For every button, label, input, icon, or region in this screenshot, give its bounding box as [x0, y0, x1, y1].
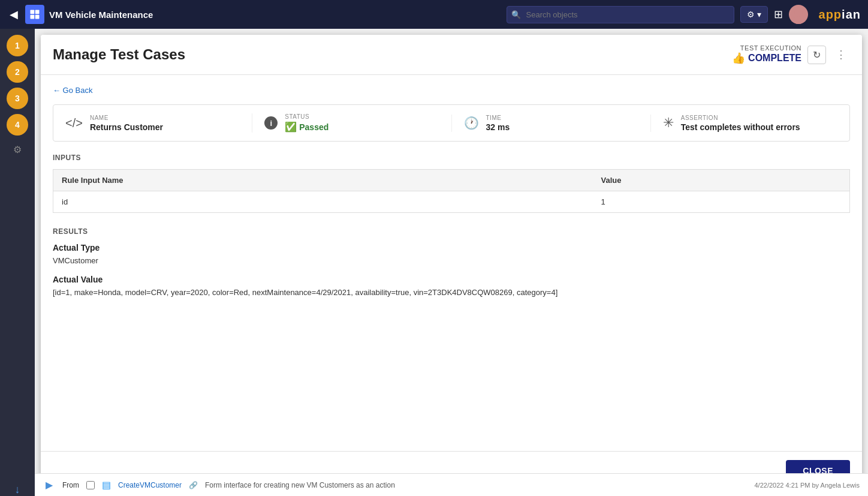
test-case-card: </> NAME Returns Customer i STATUS ✅ Pas…	[53, 104, 850, 142]
modal-body: ← Go Back </> NAME Returns Customer i ST…	[41, 75, 862, 451]
test-execution-label: TEST EXECUTION	[732, 44, 801, 52]
bottom-date: 4/22/2022 4:21 PM by Angela Lewis	[754, 482, 860, 489]
modal-title: Manage Test Cases	[53, 46, 185, 63]
assertion-value: Test completes without errors	[681, 122, 800, 132]
status-label: STATUS	[285, 113, 328, 120]
refresh-button[interactable]: ↻	[807, 46, 826, 64]
table-row: id 1	[53, 191, 850, 213]
from-label: From	[62, 481, 79, 489]
grid-icon[interactable]: ⊞	[774, 8, 783, 21]
name-value: Returns Customer	[90, 122, 163, 132]
time-label: TIME	[486, 115, 510, 121]
code-icon: </>	[65, 116, 83, 130]
complete-badge: 👍 COMPLETE	[732, 52, 801, 65]
actual-value-value: [id=1, make=Honda, model=CRV, year=2020,…	[53, 288, 850, 297]
gear-icon: ⚙	[747, 10, 755, 19]
bottom-link[interactable]: CreateVMCustomer	[118, 481, 182, 489]
test-case-time-section: 🕐 TIME 32 ms	[451, 115, 638, 132]
search-input[interactable]	[507, 6, 734, 23]
search-bar[interactable]: 🔍	[507, 6, 734, 23]
svg-rect-1	[35, 10, 40, 14]
status-value: ✅ Passed	[285, 121, 328, 133]
sidebar-step-3[interactable]: 3	[7, 88, 28, 109]
input-value-1: 1	[593, 191, 850, 213]
actual-value-label: Actual Value	[53, 275, 850, 284]
svg-rect-0	[31, 10, 35, 14]
check-icon: ✅	[285, 121, 297, 133]
sidebar-settings-icon[interactable]: ⚙	[10, 140, 25, 159]
modal-header: Manage Test Cases TEST EXECUTION 👍 COMPL…	[41, 35, 862, 75]
top-nav: ◀ VM Vehicle Maintenance 🔍 ⚙ ▾ ⊞ appian	[0, 0, 868, 29]
thumbs-up-icon: 👍	[732, 52, 745, 65]
complete-label: COMPLETE	[748, 53, 801, 64]
gear-dropdown-icon: ▾	[757, 10, 761, 19]
bottom-checkbox[interactable]	[86, 481, 95, 489]
modal-container: Manage Test Cases TEST EXECUTION 👍 COMPL…	[41, 35, 862, 490]
inputs-table: Rule Input Name Value id 1	[53, 169, 850, 213]
more-options-icon[interactable]: ⋮	[832, 48, 850, 61]
gear-button[interactable]: ⚙ ▾	[740, 6, 768, 23]
input-name-id: id	[53, 191, 593, 213]
nav-left: ◀ VM Vehicle Maintenance	[7, 5, 501, 24]
bottom-bar: ▶ From ▤ CreateVMCustomer 🔗 Form interfa…	[35, 473, 868, 496]
svg-rect-3	[35, 15, 40, 19]
svg-point-4	[794, 8, 803, 16]
assertion-label: ASSERTION	[681, 115, 800, 121]
modal-header-right: TEST EXECUTION 👍 COMPLETE ↻ ⋮	[732, 44, 850, 65]
name-label: NAME	[90, 115, 163, 121]
sidebar-step-2[interactable]: 2	[7, 61, 28, 83]
test-case-name-section: </> NAME Returns Customer	[65, 115, 240, 132]
results-section-header: RESULTS	[53, 227, 850, 236]
link-icon: 🔗	[189, 481, 198, 489]
test-execution-section: TEST EXECUTION 👍 COMPLETE	[732, 44, 801, 65]
expand-left-icon[interactable]: ▶	[43, 477, 55, 493]
clock-icon: 🕐	[464, 116, 479, 130]
main-content: Manage Test Cases TEST EXECUTION 👍 COMPL…	[35, 29, 868, 496]
hamburger-icon[interactable]: ◀	[7, 5, 20, 23]
inputs-col-name: Rule Input Name	[53, 170, 593, 191]
search-icon: 🔍	[511, 10, 521, 19]
actual-type-value: VMCustomer	[53, 256, 850, 265]
svg-rect-2	[31, 15, 35, 19]
sidebar-step-4[interactable]: 4	[7, 114, 28, 136]
form-icon: ▤	[102, 479, 111, 491]
inputs-col-value: Value	[593, 170, 850, 191]
left-sidebar: 1 2 3 4 ⚙ ↓	[0, 29, 35, 496]
test-case-status-section: i STATUS ✅ Passed	[252, 113, 439, 133]
sidebar-step-1[interactable]: 1	[7, 35, 28, 56]
app-title: VM Vehicle Maintenance	[49, 10, 153, 20]
test-case-assertion-section: ✳ ASSERTION Test completes without error…	[650, 115, 837, 132]
app-icon	[25, 5, 44, 24]
avatar	[789, 5, 808, 24]
info-icon: i	[264, 116, 278, 130]
inputs-section-header: INPUTS	[53, 154, 850, 162]
appian-logo: appian	[819, 8, 861, 22]
nav-right: ⚙ ▾ ⊞ appian	[740, 5, 861, 24]
time-value: 32 ms	[486, 122, 510, 132]
svg-point-5	[791, 17, 806, 24]
assertion-icon: ✳	[663, 115, 674, 131]
bottom-description: Form interface for creating new VM Custo…	[205, 481, 747, 489]
go-back-link[interactable]: ← Go Back	[53, 86, 92, 95]
sidebar-down-arrow[interactable]: ↓	[15, 483, 20, 496]
actual-type-label: Actual Type	[53, 243, 850, 252]
